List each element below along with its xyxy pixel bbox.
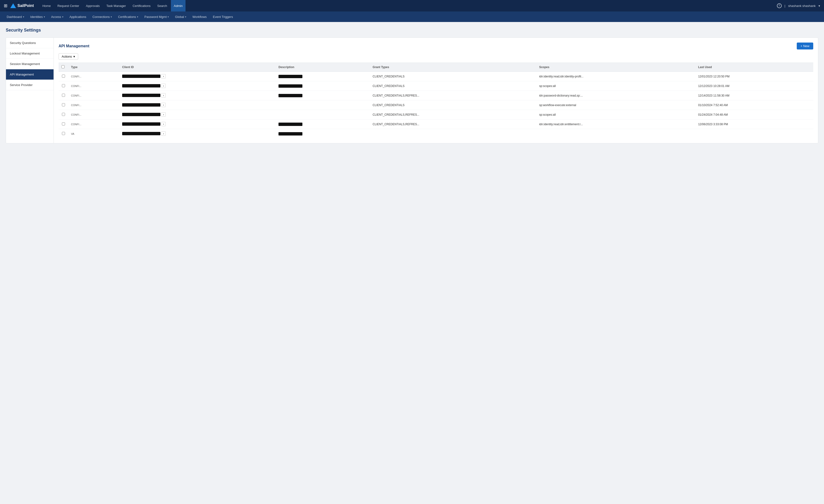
cell-client-id: ›	[119, 120, 276, 129]
client-id-expand-button[interactable]: ›	[162, 122, 166, 126]
nav-approvals[interactable]: Approvals	[83, 0, 103, 11]
client-id-expand-button[interactable]: ›	[162, 103, 166, 107]
cell-description	[276, 72, 370, 81]
row-checkbox[interactable]	[62, 122, 65, 125]
username[interactable]: shashank shashank	[788, 4, 816, 8]
cell-last-used	[695, 129, 813, 139]
cell-description	[276, 129, 370, 139]
identities-dropdown-icon: ▾	[44, 15, 45, 18]
cell-client-id: ›	[119, 72, 276, 81]
cell-client-id: ›	[119, 110, 276, 120]
client-id-expand-button[interactable]: ›	[162, 112, 166, 117]
help-icon[interactable]: ?	[777, 3, 782, 8]
nav-identities[interactable]: Identities ▾	[27, 11, 48, 22]
nav-request-center[interactable]: Request Center	[55, 0, 82, 11]
cell-last-used: 12/01/2023 12:20:50 PM	[695, 72, 813, 81]
nav-certifications[interactable]: Certifications	[130, 0, 153, 11]
cell-grant-types: CLIENT_CREDENTIALS	[370, 100, 536, 110]
nav-access[interactable]: Access ▾	[48, 11, 66, 22]
cell-grant-types: CLIENT_CREDENTIALS,REFRES...	[370, 120, 536, 129]
nav-connections[interactable]: Connections ▾	[90, 11, 115, 22]
sidebar-item-service-provider[interactable]: Service Provider	[6, 80, 54, 90]
cell-client-id: ›	[119, 100, 276, 110]
col-client-id: Client ID	[119, 63, 276, 72]
actions-dropdown-icon: ▾	[73, 55, 75, 58]
divider: |	[785, 4, 785, 8]
row-checkbox-cell	[59, 110, 68, 120]
row-checkbox-cell	[59, 129, 68, 139]
client-id-expand-button[interactable]: ›	[162, 131, 166, 136]
cell-last-used: 12/14/2023 11:58:30 AM	[695, 91, 813, 100]
select-all-header	[59, 63, 68, 72]
sidebar-item-api-management[interactable]: API Management	[6, 69, 54, 80]
panel-header: API Management + New	[59, 42, 813, 49]
cell-scopes: idn:password-dictionary:read,sp:...	[536, 91, 695, 100]
cell-client-id: ›	[119, 81, 276, 91]
cell-type: CONFI...	[68, 110, 119, 120]
row-checkbox[interactable]	[62, 103, 65, 106]
panel-title: API Management	[59, 44, 89, 48]
main-panel: API Management + New Actions ▾ Type Cli	[54, 38, 818, 143]
table-body: CONFI...›CLIENT_CREDENTIALSidn:identity:…	[59, 72, 813, 139]
cell-scopes: idn:identity:read,idn:entitlement:r...	[536, 120, 695, 129]
client-id-expand-button[interactable]: ›	[162, 84, 166, 88]
nav-applications[interactable]: Applications	[67, 11, 89, 22]
top-navigation: ⊞ SailPoint Home Request Center Approval…	[0, 0, 824, 11]
certifications-dropdown-icon: ▾	[137, 15, 138, 18]
nav-workflows[interactable]: Workflows	[190, 11, 210, 22]
table-row: CONFI...›CLIENT_CREDENTIALSidn:identity:…	[59, 72, 813, 81]
cell-last-used: 01/10/2024 7:52:40 AM	[695, 100, 813, 110]
select-all-checkbox[interactable]	[62, 65, 65, 68]
second-navigation: Dashboard ▾ Identities ▾ Access ▾ Applic…	[0, 11, 824, 22]
cell-last-used: 12/12/2023 10:28:01 AM	[695, 81, 813, 91]
row-checkbox[interactable]	[62, 84, 65, 87]
row-checkbox-cell	[59, 81, 68, 91]
grid-icon[interactable]: ⊞	[4, 3, 7, 8]
cell-grant-types: CLIENT_CREDENTIALS	[370, 72, 536, 81]
cell-description	[276, 110, 370, 120]
nav-task-manager[interactable]: Task Manager	[104, 0, 129, 11]
api-management-table: Type Client ID Description Grant Types S…	[59, 62, 813, 138]
table-row: CONFI...›CLIENT_CREDENTIALS,REFRES...idn…	[59, 120, 813, 129]
cell-description	[276, 120, 370, 129]
nav-event-triggers[interactable]: Event Triggers	[210, 11, 236, 22]
actions-button[interactable]: Actions ▾	[59, 53, 78, 60]
row-checkbox-cell	[59, 100, 68, 110]
cell-grant-types: CLIENT_CREDENTIALS,REFRES...	[370, 91, 536, 100]
sidebar-item-session-management[interactable]: Session Management	[6, 59, 54, 69]
cell-type: CONFI...	[68, 72, 119, 81]
col-description: Description	[276, 63, 370, 72]
nav-dashboard[interactable]: Dashboard ▾	[4, 11, 27, 22]
client-id-expand-button[interactable]: ›	[162, 93, 166, 98]
cell-type: VA	[68, 129, 119, 139]
sidebar-item-security-questions[interactable]: Security Questions	[6, 38, 54, 48]
sidebar-item-lockout-management[interactable]: Lockout Management	[6, 48, 54, 59]
nav-password-mgmt[interactable]: Password Mgmt ▾	[141, 11, 172, 22]
client-id-expand-button[interactable]: ›	[162, 74, 166, 79]
row-checkbox[interactable]	[62, 113, 65, 116]
row-checkbox[interactable]	[62, 94, 65, 97]
cell-scopes: sp:workflow-execute:external	[536, 100, 695, 110]
page-content: Security Settings Security Questions Loc…	[0, 22, 824, 149]
cell-description	[276, 81, 370, 91]
row-checkbox[interactable]	[62, 132, 65, 135]
new-button[interactable]: + New	[797, 42, 813, 49]
nav-admin[interactable]: Admin	[171, 0, 186, 11]
table-row: CONFI...›CLIENT_CREDENTIALS,REFRES...idn…	[59, 91, 813, 100]
nav-global[interactable]: Global ▾	[172, 11, 189, 22]
row-checkbox-cell	[59, 91, 68, 100]
cell-description	[276, 100, 370, 110]
nav-certifications-2[interactable]: Certifications ▾	[115, 11, 141, 22]
row-checkbox[interactable]	[62, 75, 65, 78]
user-area: ? | shashank shashank ▾	[777, 3, 820, 8]
nav-home[interactable]: Home	[39, 0, 54, 11]
col-type: Type	[68, 63, 119, 72]
brand-name: SailPoint	[17, 4, 34, 8]
cell-type: CONFI...	[68, 81, 119, 91]
nav-search[interactable]: Search	[154, 0, 170, 11]
cell-type: CONFI...	[68, 100, 119, 110]
col-grant-types: Grant Types	[370, 63, 536, 72]
cell-scopes: sp:scopes:all	[536, 110, 695, 120]
col-scopes: Scopes	[536, 63, 695, 72]
user-dropdown-icon[interactable]: ▾	[819, 4, 820, 8]
